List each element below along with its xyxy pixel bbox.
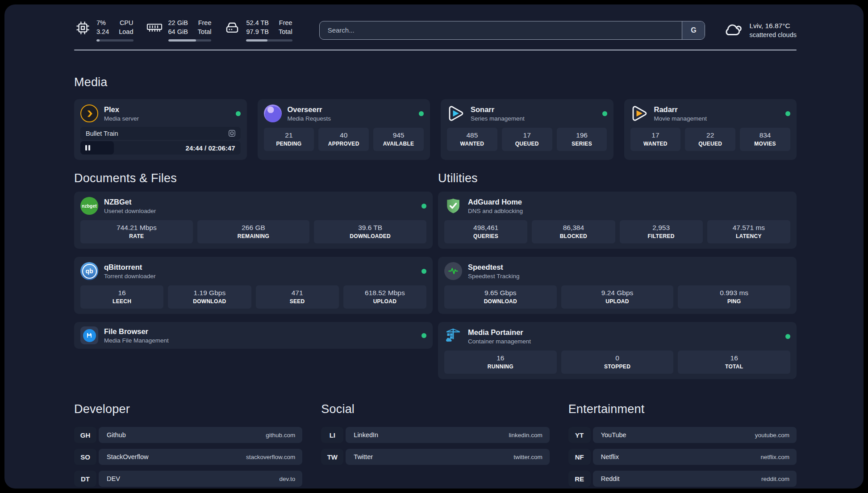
now-playing-title: Bullet Train (86, 130, 118, 137)
section-title-documents: Documents & Files (74, 171, 433, 185)
disk-progress-track (246, 39, 292, 42)
screenshot-frame: 7% 3.24 CPU Load (0, 0, 868, 493)
app-desc: Media Requests (288, 115, 331, 122)
app-card-plex[interactable]: Plex Media server Bullet Train (74, 99, 247, 160)
session-camera-icon[interactable] (228, 129, 236, 138)
app-name: qBittorrent (104, 263, 156, 272)
dashboard: 7% 3.24 CPU Load (4, 4, 864, 489)
pause-icon (85, 145, 87, 150)
stat-tile: 39.6 TBDOWNLOADED (314, 220, 426, 243)
header-divider (74, 50, 797, 50)
link-url: dev.to (280, 476, 296, 482)
app-desc: Speedtest Tracking (468, 273, 520, 280)
app-name: Overseerr (288, 105, 331, 114)
section-title-entertainment: Entertainment (568, 402, 797, 416)
link-url: twitter.com (513, 454, 542, 460)
cpu-stat: 7% 3.24 CPU Load (74, 19, 134, 42)
status-online-dot (421, 269, 426, 274)
playback-progress-bar[interactable]: 24:44 / 02:06:47 (80, 141, 241, 155)
ram-progress-track (168, 39, 212, 42)
weather-location-temp: Lviv, 16.87°C (749, 22, 797, 30)
portainer-icon (444, 327, 462, 345)
search-input[interactable] (320, 26, 682, 34)
link-abbr: GH (74, 427, 96, 443)
app-card-radarr[interactable]: Radarr Movie management 17WANTED 22QUEUE… (624, 99, 797, 160)
search-engine-button[interactable]: G (682, 21, 705, 39)
app-card-speedtest[interactable]: Speedtest Speedtest Tracking 9.65 GbpsDO… (438, 257, 797, 314)
ram-stat: 22 GiB 64 GiB Free Total (146, 19, 212, 42)
stat-tile: 834MOVIES (740, 128, 790, 151)
link-dev[interactable]: DT DEVdev.to (74, 471, 302, 487)
stat-tile: 945AVAILABLE (373, 128, 424, 151)
cpu-progress-fill (96, 39, 100, 42)
section-title-media: Media (74, 75, 797, 89)
link-linkedin[interactable]: LI LinkedInlinkedin.com (321, 427, 549, 443)
app-name: AdGuard Home (468, 198, 523, 206)
status-online-dot (419, 111, 424, 116)
app-name: NZBGet (104, 198, 156, 206)
app-name: Media Portainer (468, 328, 531, 337)
stat-tile: 86,384BLOCKED (532, 220, 615, 243)
status-online-dot (785, 334, 790, 339)
app-card-adguard[interactable]: AdGuard Home DNS and adblocking 498,461Q… (438, 192, 797, 249)
app-desc: Container management (468, 338, 531, 345)
stat-tile: 16TOTAL (678, 351, 790, 374)
stat-tile: 21PENDING (264, 128, 314, 151)
status-online-dot (602, 111, 607, 116)
radarr-icon (630, 104, 648, 122)
link-name: Github (107, 431, 126, 439)
link-youtube[interactable]: YT YouTubeyoutube.com (568, 427, 797, 443)
link-github[interactable]: GH Githubgithub.com (74, 427, 302, 443)
stat-tile: 266 GBREMAINING (197, 220, 310, 243)
app-card-qbittorrent[interactable]: qb qBittorrent Torrent downloader 16LEEC… (74, 257, 433, 314)
cpu-load-label: Load (119, 28, 133, 37)
app-desc: Usenet downloader (104, 208, 156, 214)
weather-widget: Lviv, 16.87°C scattered clouds (723, 21, 797, 40)
link-name: Reddit (601, 475, 620, 482)
nzbget-icon: nzbget (80, 197, 98, 215)
section-title-developer: Developer (74, 402, 302, 416)
link-url: github.com (266, 432, 295, 439)
app-name: Radarr (654, 105, 707, 114)
ram-total-value: 64 GiB (168, 28, 188, 37)
app-card-portainer[interactable]: Media Portainer Container management 16R… (438, 322, 797, 379)
app-name: Plex (104, 105, 139, 114)
section-title-social: Social (321, 402, 549, 416)
app-card-overseerr[interactable]: Overseerr Media Requests 21PENDING 40APP… (258, 99, 430, 160)
top-bar: 7% 3.24 CPU Load (74, 4, 797, 42)
stat-tile: 2,953FILTERED (620, 220, 703, 243)
link-abbr: NF (568, 449, 591, 465)
app-card-sonarr[interactable]: Sonarr Series management 485WANTED 17QUE… (441, 99, 613, 160)
link-abbr: LI (321, 427, 343, 443)
stat-tile: 1.19 GbpsDOWNLOAD (168, 285, 251, 309)
links-column-entertainment: Entertainment YT YouTubeyoutube.com NF N… (568, 402, 797, 489)
app-name: File Browser (104, 327, 169, 336)
link-url: linkedin.com (509, 432, 542, 439)
link-abbr: SO (74, 449, 96, 465)
stat-tile: 196SERIES (557, 128, 607, 151)
speedtest-icon (444, 262, 462, 280)
stat-tile: 9.24 GbpsUPLOAD (561, 285, 674, 309)
stat-tile: 22QUEUED (685, 128, 735, 151)
overseerr-icon (264, 104, 282, 122)
link-twitter[interactable]: TW Twittertwitter.com (321, 449, 549, 465)
stat-tile: 16LEECH (80, 285, 163, 309)
link-stackoverflow[interactable]: SO StackOverflowstackoverflow.com (74, 449, 302, 465)
app-desc: DNS and adblocking (468, 208, 523, 214)
media-grid: Plex Media server Bullet Train (74, 99, 797, 160)
app-desc: Media File Management (104, 337, 169, 344)
link-abbr: RE (568, 471, 591, 487)
link-reddit[interactable]: RE Redditreddit.com (568, 471, 797, 487)
app-card-filebrowser[interactable]: File Browser Media File Management (74, 322, 433, 349)
disk-stat: 52.4 TB 97.9 TB Free Total (224, 19, 292, 42)
app-desc: Series management (471, 115, 525, 122)
link-name: StackOverflow (107, 453, 148, 460)
link-abbr: DT (74, 471, 96, 487)
stat-tile: 618.52 MbpsUPLOAD (343, 285, 426, 309)
link-netflix[interactable]: NF Netflixnetflix.com (568, 449, 797, 465)
stat-tile: 0.993 msPING (678, 285, 790, 309)
link-url: youtube.com (755, 432, 789, 439)
cpu-usage-value: 7% (96, 19, 109, 28)
app-card-nzbget[interactable]: nzbget NZBGet Usenet downloader 744.21 M… (74, 192, 433, 249)
links-column-social: Social LI LinkedInlinkedin.com TW Twitte… (321, 402, 549, 489)
